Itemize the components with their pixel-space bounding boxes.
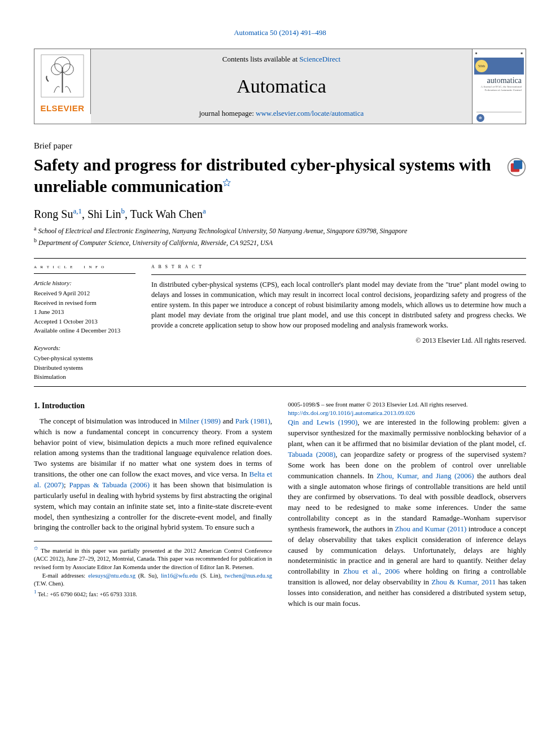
sciencedirect-link[interactable]: ScienceDirect	[299, 55, 340, 63]
citation-milner[interactable]: Milner (1989)	[179, 417, 221, 425]
keyword-2: Distributed systems	[34, 363, 135, 373]
received-date: Received 9 April 2012	[34, 289, 135, 298]
footnote-1-text: The material in this paper was partially…	[34, 548, 272, 570]
revised-date: 1 June 2013	[34, 307, 135, 317]
citation-pappas[interactable]: Pappas & Tabuada (2006)	[69, 480, 150, 489]
email-3[interactable]: twchen@nus.edu.sg	[225, 573, 272, 579]
banner-center: Contents lists available at ScienceDirec…	[91, 49, 472, 124]
footnotes: ✩ The material in this paper was partial…	[34, 541, 272, 599]
author-2[interactable]: Shi Lin	[88, 208, 121, 220]
elsevier-wordmark: ELSEVIER	[40, 103, 84, 113]
cover-title: automatica	[474, 75, 524, 85]
footnote-1-marker: ✩	[34, 545, 38, 551]
citation-qin-lewis[interactable]: Qin and Lewis (1990)	[288, 418, 357, 426]
copyright: © 2013 Elsevier Ltd. All rights reserved…	[151, 336, 526, 346]
author-list: Rong Sua,1, Shi Linb, Tuck Wah Chena	[34, 207, 526, 221]
citation-zhou-kumar-2011[interactable]: Zhou and Kumar (2011)	[395, 525, 466, 533]
author-1[interactable]: Rong Su	[34, 208, 73, 220]
title-footnote-marker[interactable]: ✩	[223, 178, 230, 187]
abstract-text: In distributed cyber-physical systems (C…	[151, 279, 526, 331]
journal-homepage-link[interactable]: www.elsevier.com/locate/automatica	[256, 109, 364, 117]
author-3-affiliation-link[interactable]: a	[203, 207, 206, 215]
journal-cover-thumbnail[interactable]: ■■ 50th automatica A Journal of IFAC, th…	[472, 49, 526, 124]
anniversary-badge: 50th	[475, 60, 488, 72]
elsevier-tree-icon	[40, 54, 85, 98]
body-text: 1. Introduction The concept of bisimulat…	[34, 400, 526, 609]
doi-block: 0005-1098/$ – see front matter © 2013 El…	[288, 400, 526, 418]
online-date: Available online 4 December 2013	[34, 326, 135, 335]
email-2[interactable]: lin16@wfu.edu	[161, 573, 198, 579]
citation-zhou-kumar-2011b[interactable]: Zhou & Kumar, 2011	[431, 578, 496, 586]
abstract: a b s t r a c t In distributed cyber-phy…	[151, 262, 526, 382]
affiliations: a School of Electrical and Electronic En…	[34, 224, 526, 248]
divider	[34, 386, 526, 387]
revised-label: Received in revised form	[34, 298, 135, 308]
email-1[interactable]: elesuys@ntu.edu.sg	[88, 573, 135, 579]
article-info: a r t i c l e i n f o Article history: R…	[34, 262, 135, 382]
front-matter: 0005-1098/$ – see front matter © 2013 El…	[288, 400, 526, 409]
divider	[34, 258, 526, 259]
keywords-heading: Keywords:	[34, 343, 135, 353]
author-1-affiliation-link[interactable]: a,1	[73, 207, 82, 215]
crossmark-icon	[507, 158, 526, 177]
article-title: Safety and progress for distributed cybe…	[34, 154, 500, 196]
keyword-1: Cyber-physical systems	[34, 353, 135, 363]
citation-zhou-2006[interactable]: Zhou, Kumar, and Jiang (2006)	[377, 471, 474, 480]
footnote-3-text: Tel.: +65 6790 6042; fax: +65 6793 3318.	[37, 591, 137, 597]
contents-available: Contents lists available at ScienceDirec…	[102, 55, 461, 64]
abstract-heading: a b s t r a c t	[151, 262, 526, 271]
author-3[interactable]: Tuck Wah Chen	[130, 208, 203, 220]
citation-link[interactable]: Automatica 50 (2014) 491–498	[234, 28, 326, 37]
svg-rect-7	[514, 160, 522, 169]
crossmark-button[interactable]	[507, 158, 526, 177]
elsevier-logo[interactable]: ELSEVIER	[34, 49, 91, 114]
accepted-date: Accepted 1 October 2013	[34, 317, 135, 326]
citation-tabuada[interactable]: Tabuada (2008)	[288, 450, 335, 458]
ifac-badge-icon: ⊕	[476, 114, 484, 122]
running-header: Automatica 50 (2014) 491–498	[34, 28, 526, 37]
section-1-heading: 1. Introduction	[34, 400, 272, 412]
doi-link[interactable]: http://dx.doi.org/10.1016/j.automatica.2…	[288, 409, 415, 416]
svg-point-3	[51, 64, 63, 75]
journal-name: Automatica	[102, 76, 461, 97]
keyword-3: Bisimulation	[34, 372, 135, 382]
history-heading: Article history:	[34, 278, 135, 288]
journal-homepage: journal homepage: www.elsevier.com/locat…	[102, 109, 461, 118]
journal-banner: ELSEVIER Contents lists available at Sci…	[34, 49, 526, 124]
svg-point-4	[63, 64, 74, 75]
author-2-affiliation-link[interactable]: b	[121, 207, 125, 215]
citation-zhou-etal-2006[interactable]: Zhou et al., 2006	[343, 567, 400, 575]
citation-park[interactable]: Park (1981)	[235, 417, 270, 425]
footnote-emails-label: E-mail addresses:	[42, 573, 89, 579]
article-kicker: Brief paper	[34, 141, 526, 151]
